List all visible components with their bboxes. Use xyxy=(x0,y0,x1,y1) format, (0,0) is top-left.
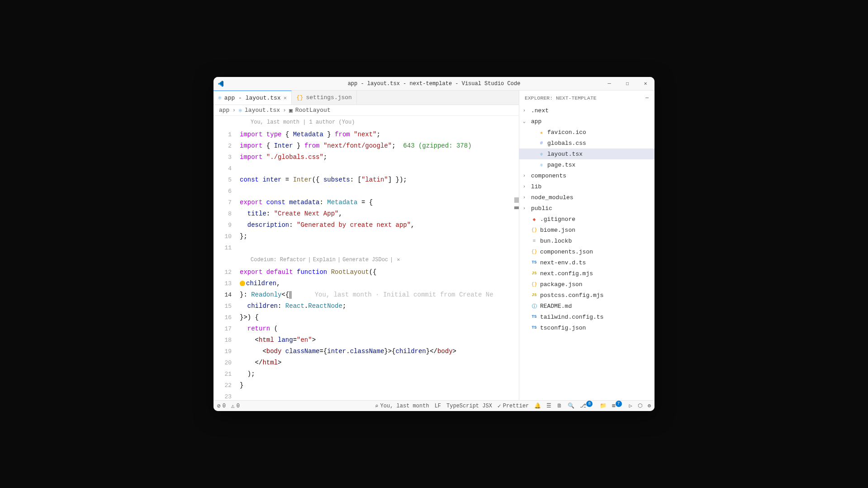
tree-item--gitignore[interactable]: ◆.gitignore xyxy=(519,214,655,225)
tree-item-label: .next xyxy=(531,107,549,114)
codelens-explain[interactable]: Explain xyxy=(313,257,336,263)
line-number: 14 xyxy=(213,289,240,301)
tree-item-biome-json[interactable]: {}biome.json xyxy=(519,225,655,235)
tree-item-layout-tsx[interactable]: ⚛layout.tsx xyxy=(519,148,655,159)
close-icon[interactable]: ✕ xyxy=(284,95,287,101)
tree-item-next-config-mjs[interactable]: JSnext.config.mjs xyxy=(519,268,655,279)
close-icon[interactable]: ✕ xyxy=(397,257,400,263)
tree-item-favicon-ico[interactable]: ★favicon.ico xyxy=(519,127,655,138)
line-number: 5 xyxy=(213,174,240,186)
tree-item-label: postcss.config.mjs xyxy=(540,292,603,299)
tree-item-next-env-d-ts[interactable]: TSnext-env.d.ts xyxy=(519,257,655,268)
tree-item-readme-md[interactable]: ⓘREADME.md xyxy=(519,301,655,311)
tree-item-label: tailwind.config.ts xyxy=(540,314,603,321)
layout-icon[interactable]: ☰ xyxy=(546,402,551,409)
tree-item-label: tsconfig.json xyxy=(540,325,586,331)
files-icon[interactable]: 🗎 xyxy=(557,402,562,409)
breadcrumb-segment[interactable]: layout.tsx xyxy=(245,107,280,114)
chevron-right-icon: › xyxy=(232,107,236,114)
docker-icon[interactable]: ⬡ xyxy=(638,402,642,409)
status-language[interactable]: TypeScript JSX xyxy=(446,403,492,409)
window-title: app - layout.tsx - next-template - Visua… xyxy=(348,81,521,87)
breadcrumb-segment[interactable]: RootLayout xyxy=(295,107,331,114)
line-number: 11 xyxy=(213,242,240,254)
status-bar: ⊘0 ⚠0 ⌕You, last month LF TypeScript JSX… xyxy=(213,400,655,411)
file-icon: {} xyxy=(531,282,537,287)
tab-settings-json[interactable]: {} settings.json xyxy=(292,91,357,105)
line-number: 13 xyxy=(213,278,240,289)
tree-item-components[interactable]: ›components xyxy=(519,170,655,181)
file-icon: ⚛ xyxy=(538,162,545,168)
tree-item-package-json[interactable]: {}package.json xyxy=(519,279,655,290)
breadcrumb[interactable]: app › ⚛ layout.tsx › ▣ RootLayout xyxy=(213,105,519,116)
status-errors[interactable]: ⊘0 xyxy=(217,402,226,410)
code-editor[interactable]: You, last month | 1 author (You) 1import… xyxy=(213,116,519,400)
search-icon[interactable]: 🔍 xyxy=(568,402,574,409)
line-number: 9 xyxy=(213,220,240,231)
tree-item-label: favicon.ico xyxy=(547,129,586,136)
tree-item-label: page.tsx xyxy=(547,162,575,168)
warning-icon: ⚠ xyxy=(231,402,235,410)
source-control-icon[interactable]: ⎇8 xyxy=(580,402,594,409)
bell-icon[interactable]: 🔔 xyxy=(534,402,541,409)
codelens-refactor[interactable]: Refactor xyxy=(280,257,306,263)
run-icon[interactable]: ▷ xyxy=(629,402,632,409)
tree-item-label: biome.json xyxy=(540,227,575,234)
file-icon: {} xyxy=(531,227,537,233)
titlebar[interactable]: app - layout.tsx - next-template - Visua… xyxy=(213,77,655,91)
codelens-jsdoc[interactable]: Generate JSDoc xyxy=(342,257,388,263)
file-icon: TS xyxy=(531,325,537,330)
tree-item-label: README.md xyxy=(540,303,572,310)
inline-blame: You, last month · Initial commit from Cr… xyxy=(315,291,493,298)
file-icon: ⓘ xyxy=(531,303,537,310)
chevron-icon: › xyxy=(523,184,528,189)
tree-item-label: components xyxy=(531,172,566,179)
file-icon: JS xyxy=(531,293,537,297)
status-warnings[interactable]: ⚠0 xyxy=(231,402,240,410)
tree-item-label: node_modules xyxy=(531,194,574,201)
vscode-window[interactable]: app - layout.tsx - next-template - Visua… xyxy=(213,77,655,411)
codeium-codelens[interactable]: Codeium: Refactor|Explain|Generate JSDoc… xyxy=(213,254,519,267)
tree-item--next[interactable]: ›.next xyxy=(519,105,655,116)
tree-item-components-json[interactable]: {}components.json xyxy=(519,246,655,257)
file-tree[interactable]: ›.next⌄app★favicon.ico#globals.css⚛layou… xyxy=(519,105,655,400)
tree-item-public[interactable]: ›public xyxy=(519,203,655,214)
tree-item-globals-css[interactable]: #globals.css xyxy=(519,138,655,148)
chevron-right-icon: › xyxy=(283,107,286,114)
git-blame-codelens[interactable]: You, last month | 1 author (You) xyxy=(213,116,519,129)
close-button[interactable]: ✕ xyxy=(636,77,655,90)
tree-item-lib[interactable]: ›lib xyxy=(519,181,655,192)
file-icon: ≡ xyxy=(531,238,537,244)
tab-layout-tsx[interactable]: ⚛ app - layout.tsx ✕ xyxy=(213,91,292,105)
file-icon: JS xyxy=(531,271,537,276)
lightbulb-icon[interactable] xyxy=(240,281,245,286)
extensions-icon[interactable]: ⊞7 xyxy=(612,402,623,409)
tree-item-postcss-config-mjs[interactable]: JSpostcss.config.mjs xyxy=(519,290,655,301)
minimize-button[interactable]: ─ xyxy=(600,77,618,90)
line-number: 23 xyxy=(213,391,240,400)
file-icon: TS xyxy=(531,260,537,265)
status-blame[interactable]: ⌕You, last month xyxy=(375,402,429,410)
tree-item-node-modules[interactable]: ›node_modules xyxy=(519,192,655,203)
tree-item-page-tsx[interactable]: ⚛page.tsx xyxy=(519,159,655,170)
file-icon: ⚛ xyxy=(538,151,545,157)
folder-icon[interactable]: 📁 xyxy=(600,402,607,409)
file-icon: ◆ xyxy=(531,216,537,222)
tree-item-tsconfig-json[interactable]: TStsconfig.json xyxy=(519,322,655,333)
more-actions-icon[interactable]: ⋯ xyxy=(645,95,649,101)
tree-item-app[interactable]: ⌄app xyxy=(519,116,655,127)
status-eol[interactable]: LF xyxy=(435,403,441,409)
explorer-sidebar: EXPLORER: NEXT-TEMPLATE ⋯ ›.next⌄app★fav… xyxy=(519,91,655,400)
status-prettier[interactable]: ✓Prettier xyxy=(498,402,529,410)
tree-item-bun-lockb[interactable]: ≡bun.lockb xyxy=(519,235,655,246)
line-number: 4 xyxy=(213,163,240,174)
breadcrumb-segment[interactable]: app xyxy=(219,107,229,114)
settings-icon[interactable]: ⚙ xyxy=(648,402,651,409)
maximize-button[interactable]: ☐ xyxy=(618,77,636,90)
line-number: 3 xyxy=(213,152,240,163)
tree-item-label: globals.css xyxy=(547,140,586,147)
line-number: 2 xyxy=(213,140,240,152)
tree-item-tailwind-config-ts[interactable]: TStailwind.config.ts xyxy=(519,311,655,322)
minimap[interactable] xyxy=(512,116,519,400)
tree-item-label: components.json xyxy=(540,249,593,255)
